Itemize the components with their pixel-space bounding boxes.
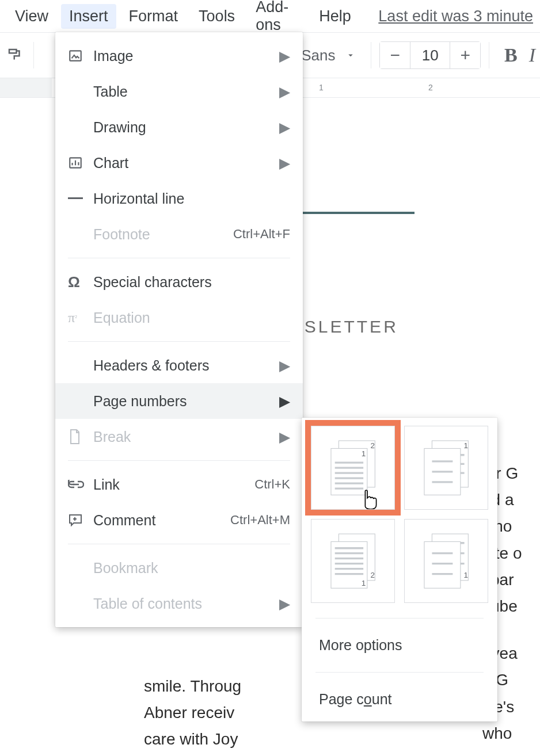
svg-text:2: 2 <box>370 571 375 579</box>
menu-label: Bookmark <box>93 560 290 576</box>
chevron-right-icon: ▶ <box>279 155 290 171</box>
chevron-right-icon: ▶ <box>279 83 290 100</box>
menu-item-page-numbers[interactable]: Page numbers ▶ <box>55 383 303 419</box>
menu-item-bookmark: Bookmark <box>55 550 303 586</box>
comment-icon <box>68 513 93 527</box>
chevron-right-icon: ▶ <box>279 48 290 64</box>
chevron-right-icon: ▶ <box>279 595 290 612</box>
font-size-stepper[interactable]: − + <box>379 41 481 69</box>
menu-label: Drawing <box>93 119 290 136</box>
menu-tools[interactable]: Tools <box>191 4 243 29</box>
bold-button[interactable]: B <box>497 44 524 66</box>
page-numbers-submenu: 2 1 1 <box>302 418 497 721</box>
chevron-right-icon: ▶ <box>279 393 290 410</box>
font-size-input[interactable] <box>410 42 450 68</box>
link-icon <box>68 480 93 489</box>
menu-label: Headers & footers <box>93 357 290 374</box>
font-family-picker[interactable]: Sans <box>294 47 363 64</box>
svg-text:1: 1 <box>362 449 366 458</box>
pagenum-option-bottom-right[interactable]: 2 1 <box>311 519 395 603</box>
svg-text:2: 2 <box>370 441 375 450</box>
menu-item-link[interactable]: Link Ctrl+K <box>55 467 303 502</box>
image-icon <box>68 48 93 63</box>
menu-item-equation: π² Equation <box>55 300 303 335</box>
svg-text:1: 1 <box>463 571 468 579</box>
menu-item-chart[interactable]: Chart ▶ <box>55 145 303 181</box>
doc-body-bottom: smile. Throug Abner receiv care with Joy <box>144 673 241 753</box>
pagenum-page-count[interactable]: Page count <box>302 681 497 718</box>
shortcut: Ctrl+K <box>254 477 290 492</box>
menu-item-footnote: Footnote Ctrl+Alt+F <box>55 216 303 252</box>
svg-text:1: 1 <box>463 441 468 450</box>
menu-label: Image <box>93 48 290 64</box>
chart-icon <box>68 155 93 170</box>
last-edit-link[interactable]: Last edit was 3 minute <box>378 7 533 25</box>
omega-icon: Ω <box>68 273 93 291</box>
menu-item-drawing[interactable]: Drawing ▶ <box>55 109 303 145</box>
menu-label: Break <box>93 429 290 445</box>
menu-view[interactable]: View <box>7 4 56 29</box>
pagenum-option-top-right-skip-first[interactable]: 1 <box>404 426 488 510</box>
menu-label: Horizontal line <box>93 190 290 207</box>
menu-item-break: Break ▶ <box>55 419 303 455</box>
svg-rect-37 <box>424 541 461 588</box>
menu-label: Footnote <box>93 226 233 243</box>
menu-label: Special characters <box>93 274 290 291</box>
menu-insert[interactable]: Insert <box>61 4 116 29</box>
pagenum-option-bottom-right-skip-first[interactable]: 1 <box>404 519 488 603</box>
cursor-pointer-icon <box>359 482 383 509</box>
menu-format[interactable]: Format <box>121 4 187 29</box>
menu-item-image[interactable]: Image ▶ <box>55 38 303 74</box>
font-family-label: Sans <box>301 47 335 64</box>
chevron-right-icon: ▶ <box>279 119 290 136</box>
pagenum-more-options[interactable]: More options <box>302 627 497 664</box>
menu-label: Table <box>93 83 290 100</box>
menu-item-comment[interactable]: Comment Ctrl+Alt+M <box>55 502 303 538</box>
menu-bar: View Insert Format Tools Add-ons Help La… <box>0 0 540 32</box>
menu-label: Link <box>93 476 254 493</box>
menu-item-horizontal-line[interactable]: Horizontal line <box>55 181 303 216</box>
menu-item-headers-footers[interactable]: Headers & footers ▶ <box>55 348 303 383</box>
menu-item-special-characters[interactable]: Ω Special characters <box>55 264 303 300</box>
menu-label: Comment <box>93 512 230 529</box>
menu-item-table-of-contents: Table of contents ▶ <box>55 586 303 621</box>
chevron-down-icon <box>345 50 356 60</box>
chevron-right-icon: ▶ <box>279 429 290 445</box>
font-size-increase[interactable]: + <box>450 42 480 68</box>
menu-item-table[interactable]: Table ▶ <box>55 74 303 109</box>
ruler-mark-2: 2 <box>428 83 433 92</box>
pagenum-option-top-right[interactable]: 2 1 <box>311 426 395 510</box>
menu-help[interactable]: Help <box>311 4 359 29</box>
italic-button[interactable]: I <box>529 44 535 66</box>
ruler-mark-1: 1 <box>319 83 324 92</box>
menu-label: Page numbers <box>93 393 290 410</box>
shortcut: Ctrl+Alt+F <box>233 227 290 242</box>
shortcut: Ctrl+Alt+M <box>230 513 290 528</box>
paint-format-icon[interactable] <box>5 41 25 69</box>
chevron-right-icon: ▶ <box>279 357 290 374</box>
horizontal-line-icon <box>68 197 93 200</box>
svg-text:1: 1 <box>362 579 366 587</box>
menu-label: Chart <box>93 155 290 171</box>
font-size-decrease[interactable]: − <box>380 42 410 68</box>
pi-icon: π² <box>68 310 93 326</box>
menu-label: Table of contents <box>93 595 290 612</box>
menu-label: Equation <box>93 310 290 326</box>
svg-rect-2 <box>68 197 83 199</box>
page-break-icon <box>68 429 93 445</box>
insert-menu-dropdown: Image ▶ Table ▶ Drawing ▶ Chart ▶ Horizo… <box>55 32 303 627</box>
